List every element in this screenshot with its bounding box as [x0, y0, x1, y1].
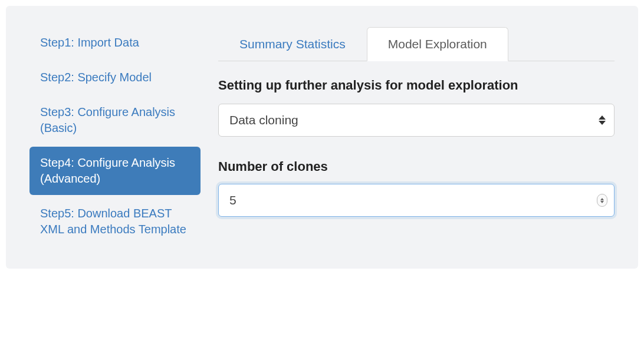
sidebar-item-step3[interactable]: Step3: Configure Analysis (Basic) — [29, 96, 201, 144]
analysis-select-wrapper: Data cloning — [218, 104, 615, 137]
clones-input-wrapper — [218, 184, 615, 217]
main-panel: Summary Statistics Model Exploration Set… — [218, 27, 615, 248]
section-heading: Setting up further analysis for model ex… — [218, 78, 615, 93]
sidebar: Step1: Import Data Step2: Specify Model … — [29, 27, 201, 248]
clones-input[interactable] — [218, 184, 615, 217]
tab-bar: Summary Statistics Model Exploration — [218, 27, 615, 61]
sidebar-item-step4[interactable]: Step4: Configure Analysis (Advanced) — [29, 147, 201, 195]
sidebar-item-step2[interactable]: Step2: Specify Model — [29, 61, 201, 94]
tab-summary-statistics[interactable]: Summary Statistics — [218, 27, 367, 61]
clones-label: Number of clones — [218, 159, 615, 174]
app-container: Step1: Import Data Step2: Specify Model … — [6, 6, 638, 269]
tab-model-exploration[interactable]: Model Exploration — [367, 27, 508, 61]
sidebar-item-step1[interactable]: Step1: Import Data — [29, 27, 201, 59]
sidebar-item-step5[interactable]: Step5: Download BEAST XML and Methods Te… — [29, 197, 201, 246]
analysis-select[interactable]: Data cloning — [218, 104, 615, 137]
